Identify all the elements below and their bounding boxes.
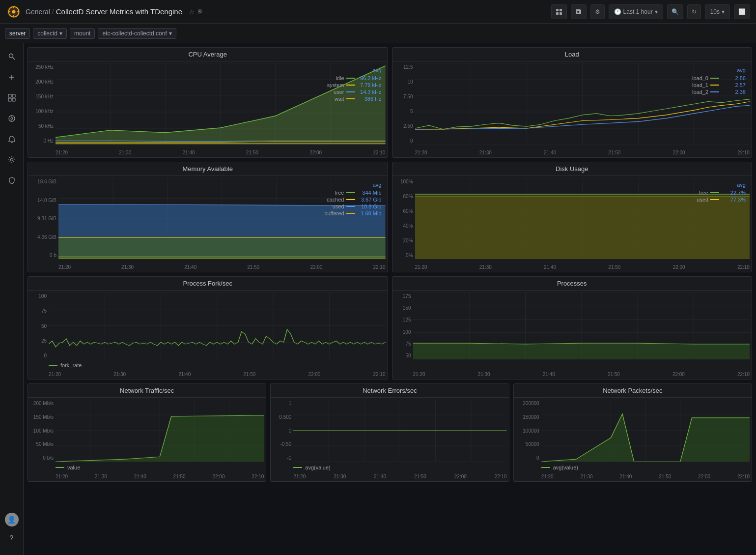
y-label: 150 kHz [30,94,56,99]
packets-chart-svg [541,400,750,462]
svg-point-22 [10,159,13,161]
y-label: 0 Hz [30,138,56,144]
dashboard-content: CPU Average 250 kHz 200 kHz 150 kHz 100 … [24,43,756,555]
panel-fork-body: 100 75 50 25 0 [28,291,388,379]
panel-net-traffic: Network Traffic/sec 200 Mb/s 150 Mb/s 10… [28,383,266,482]
settings-button[interactable]: ⚙ [590,4,605,19]
user-avatar[interactable]: 👤 [5,513,19,526]
sidebar-search[interactable] [2,47,21,66]
share-icon[interactable]: ⎘ [198,8,202,15]
y-label: 200 kHz [30,79,56,85]
sidebar-dashboards[interactable] [2,88,21,107]
y-label: 250 kHz [30,64,56,70]
panel-net-errors-body: 1 0.500 0 -0.50 -1 [271,398,508,481]
breadcrumb: General / CollectD Server Metrics with T… [26,7,182,16]
time-range-button[interactable]: 🕐 Last 1 hour ▾ [609,4,663,19]
panel-fork-title: Process Fork/sec [28,277,388,291]
panel-memory-title: Memory Available [28,162,388,176]
svg-rect-7 [560,9,562,11]
svg-point-10 [9,54,13,58]
filter-conf[interactable]: etc-collectd-collectd.conf ▾ [98,28,176,39]
panel-load-title: Load [392,48,752,61]
fork-chart-svg [49,292,386,359]
y-label: 50 kHz [30,123,56,129]
disk-legend: avg free 22.7% used 77.3% [697,182,746,203]
breadcrumb-parent[interactable]: General [26,8,50,16]
legend-item: user 14.3 kHz [327,89,382,95]
panel-memory-body: 18.6 GiB 14.0 GiB 9.31 GiB 4.66 GiB 0 b [28,176,388,272]
save-button[interactable] [571,4,587,19]
panel-net-packets-body: 200000 150000 100000 50000 0 [514,398,752,481]
panel-disk-body: 100% 80% 60% 40% 20% 0% [392,176,752,272]
panel-cpu-avg: CPU Average 250 kHz 200 kHz 150 kHz 100 … [28,47,388,158]
dashboard-title: CollectD Server Metrics with TDengine [56,7,182,16]
refresh-interval-button[interactable]: 10s ▾ [705,4,730,19]
errors-legend-label: avg(value) [305,465,330,470]
fork-legend-label: fork_rate [60,362,82,368]
panel-net-packets-title: Network Packets/sec [514,384,752,398]
panel-net-errors: Network Errors/sec 1 0.500 0 -0.50 -1 [270,383,509,482]
svg-rect-15 [12,94,15,97]
panel-processes-title: Processes [392,277,752,291]
svg-rect-9 [560,12,562,15]
filter-server[interactable]: server [5,28,30,39]
panel-load: Load 12.5 10 7.50 5 2.50 0 [392,47,753,158]
sidebar-explore[interactable] [2,109,21,128]
svg-rect-6 [556,9,559,11]
topbar: General / CollectD Server Metrics with T… [0,0,756,24]
svg-rect-8 [556,12,559,15]
panel-disk-title: Disk Usage [392,162,752,176]
row-2: Memory Available 18.6 GiB 14.0 GiB 9.31 … [28,162,752,272]
processes-chart-svg [413,292,750,359]
svg-marker-71 [415,196,750,259]
panel-net-traffic-body: 200 Mb/s 150 Mb/s 100 Mb/s 50 Mb/s 0 b/s [28,398,266,481]
sidebar-add[interactable] [2,68,21,87]
time-range-label: Last 1 hour [623,8,653,15]
filter-mount[interactable]: mount [70,28,95,39]
svg-rect-17 [12,98,15,101]
load-legend: avg load_0 2.86 load_1 2.57 [692,67,746,95]
packets-legend-label: avg(value) [553,465,578,470]
svg-point-19 [11,117,13,119]
toolbar: server collectd ▾ mount etc-collectd-col… [0,24,756,43]
traffic-chart-svg [56,400,264,462]
refresh-interval-label: 10s [710,8,720,15]
row-3: Process Fork/sec 100 75 50 25 0 [28,276,752,380]
sidebar: 👤 ? [0,43,24,555]
memory-legend: avg free 344 Mib cached 3.67 Gib [324,182,381,216]
panel-load-body: 12.5 10 7.50 5 2.50 0 [392,61,752,157]
sidebar-help[interactable]: ? [2,528,21,547]
zoom-out-button[interactable]: 🔍 [667,4,683,19]
panel-memory: Memory Available 18.6 GiB 14.0 GiB 9.31 … [28,162,388,272]
y-label: 100 kHz [30,109,56,114]
svg-rect-16 [8,98,11,101]
add-panel-button[interactable] [551,4,567,19]
sidebar-alerts[interactable] [2,130,21,148]
svg-point-1 [12,10,16,13]
panel-net-packets: Network Packets/sec 200000 150000 100000… [513,383,752,482]
legend-item: idle 96.2 kHz [327,75,382,81]
refresh-button[interactable]: ↻ [687,4,701,19]
breadcrumb-separator: / [52,8,54,16]
filter-collectd[interactable]: collectd ▾ [33,28,67,39]
row-4: Network Traffic/sec 200 Mb/s 150 Mb/s 10… [28,383,752,482]
errors-chart-svg [293,400,506,462]
legend-item: system 7.79 kHz [327,82,382,88]
sidebar-shield[interactable] [2,171,21,190]
panel-processes: Processes 175 150 125 100 75 50 [392,276,753,380]
topbar-actions: ⚙ 🕐 Last 1 hour ▾ 🔍 ↻ 10s ▾ ⬜ [551,4,750,19]
svg-marker-93 [413,343,750,359]
star-icon[interactable]: ☆ [189,8,195,15]
panel-disk: Disk Usage 100% 80% 60% 40% 20% 0% [392,162,753,272]
layout: 👤 ? CPU Average 250 kHz 200 kHz 150 kHz … [0,43,756,555]
panel-cpu-title: CPU Average [28,48,388,61]
row-1: CPU Average 250 kHz 200 kHz 150 kHz 100 … [28,47,752,158]
tv-mode-button[interactable]: ⬜ [734,4,750,19]
svg-rect-14 [8,94,11,97]
panel-net-traffic-title: Network Traffic/sec [28,384,266,398]
panel-net-errors-title: Network Errors/sec [271,384,508,398]
sidebar-settings[interactable] [2,150,21,169]
panel-processes-body: 175 150 125 100 75 50 [392,291,752,379]
sidebar-bottom: 👤 ? [2,513,21,551]
grafana-logo [6,4,22,20]
